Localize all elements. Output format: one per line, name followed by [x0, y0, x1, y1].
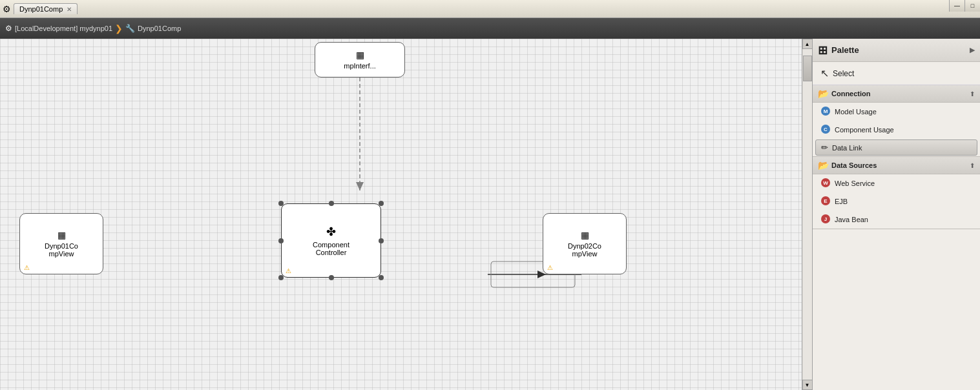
- scroll-down-button[interactable]: ▼: [802, 380, 813, 390]
- handle-tc[interactable]: [329, 201, 334, 206]
- palette-item-web-service[interactable]: W Web Service: [813, 174, 980, 192]
- svg-marker-1: [356, 182, 364, 190]
- model-usage-label: Model Usage: [835, 108, 877, 116]
- dynp02-view-icon: ▦: [581, 230, 589, 240]
- interface-node-label: mpInterf...: [344, 62, 376, 70]
- dynp01-view-label: Dynp01Co mpView: [45, 242, 78, 258]
- palette-header: ⊞ Palette ▶: [813, 39, 980, 62]
- dashed-connector: [0, 39, 812, 390]
- window-controls: — □: [949, 0, 980, 12]
- svg-text:W: W: [823, 180, 828, 186]
- palette-item-ejb[interactable]: E EJB: [813, 192, 980, 210]
- ejb-label: EJB: [835, 198, 848, 205]
- palette-item-data-link[interactable]: ✏ Data Link: [815, 139, 977, 156]
- main-layout: ▦ mpInterf... ▦ Dynp01Co mpView ⚠: [0, 39, 980, 390]
- data-sources-collapse-icon[interactable]: ⬆: [970, 162, 975, 169]
- interface-node-icon: ▦: [356, 50, 364, 60]
- connection-section-title: 📂 Connection: [818, 88, 871, 99]
- breadcrumb-icon-1: ⚙: [5, 24, 12, 33]
- data-link-label: Data Link: [832, 144, 862, 152]
- model-usage-icon: M: [820, 106, 831, 118]
- palette-title: ⊞ Palette: [818, 43, 859, 57]
- component-usage-label: Component Usage: [835, 126, 894, 134]
- interface-node[interactable]: ▦ mpInterf...: [315, 42, 405, 77]
- maximize-button[interactable]: □: [964, 0, 980, 12]
- editor-tab[interactable]: Dynp01Comp ✕: [14, 3, 78, 14]
- palette-item-model-usage[interactable]: M Model Usage: [813, 103, 980, 121]
- controller-warning-icon: ⚠: [286, 267, 291, 274]
- handle-mr[interactable]: [379, 238, 384, 243]
- minimize-button[interactable]: —: [949, 0, 964, 12]
- palette-item-component-usage[interactable]: C Component Usage: [813, 121, 980, 139]
- breadcrumb-arrow-1: ❯: [115, 23, 123, 34]
- data-sources-section-header[interactable]: 📂 Data Sources ⬆: [813, 157, 980, 174]
- tab-label: Dynp01Comp: [19, 5, 63, 13]
- select-label[interactable]: Select: [833, 69, 854, 78]
- web-service-icon: W: [820, 178, 831, 189]
- data-sources-folder-icon: 📂: [818, 160, 829, 170]
- web-service-label: Web Service: [835, 180, 875, 187]
- scroll-thumb[interactable]: [803, 56, 812, 81]
- canvas-scrollbar[interactable]: ▲ ▼: [802, 39, 812, 390]
- svg-text:M: M: [824, 108, 828, 114]
- handle-ml[interactable]: [278, 238, 284, 243]
- dynp01-view-icon: ▦: [57, 230, 66, 240]
- breadcrumb-icon-2: 🔧: [125, 24, 135, 33]
- tab-close-icon[interactable]: ✕: [67, 6, 72, 13]
- palette-icon: ⊞: [818, 43, 828, 57]
- window-icon: ⚙: [3, 4, 11, 14]
- connection-collapse-icon[interactable]: ⬆: [970, 90, 975, 98]
- scroll-up-button[interactable]: ▲: [802, 39, 813, 49]
- svg-text:J: J: [824, 216, 827, 222]
- title-bar: ⚙ Dynp01Comp ✕ — □: [0, 0, 980, 18]
- java-bean-icon: J: [820, 214, 831, 225]
- palette-panel: ⊞ Palette ▶ ↖ Select 📂 Connection ⬆: [812, 39, 980, 390]
- connection-section: 📂 Connection ⬆ M Model Usage: [813, 85, 980, 157]
- handle-tl[interactable]: [278, 201, 284, 206]
- dynp01-warning-icon: ⚠: [24, 264, 30, 271]
- data-link-icon: ✏: [821, 143, 828, 152]
- diagram-canvas[interactable]: ▦ mpInterf... ▦ Dynp01Co mpView ⚠: [0, 39, 812, 390]
- controller-icon: ✤: [326, 225, 336, 239]
- handle-br[interactable]: [379, 275, 384, 280]
- dynp02-view-node[interactable]: ▦ Dynp02Co mpView ⚠: [543, 213, 627, 274]
- handle-bc[interactable]: [329, 275, 334, 280]
- breadcrumb-item-2[interactable]: Dynp01Comp: [138, 25, 181, 32]
- controller-label: Component Controller: [313, 241, 349, 256]
- component-usage-icon: C: [820, 124, 831, 136]
- connection-section-header[interactable]: 📂 Connection ⬆: [813, 85, 980, 103]
- svg-text:C: C: [824, 127, 828, 132]
- data-sources-section-title: 📂 Data Sources: [818, 160, 877, 170]
- java-bean-label: Java Bean: [835, 216, 868, 223]
- handle-tr[interactable]: [379, 201, 384, 206]
- data-sources-section: 📂 Data Sources ⬆ W Web Service: [813, 157, 980, 229]
- scroll-track[interactable]: [803, 49, 812, 380]
- svg-text:E: E: [824, 198, 828, 204]
- dynp01-view-node[interactable]: ▦ Dynp01Co mpView ⚠: [19, 213, 103, 274]
- palette-expand-icon[interactable]: ▶: [970, 46, 975, 54]
- cursor-icon: ↖: [820, 67, 829, 79]
- select-row[interactable]: ↖ Select: [813, 62, 980, 85]
- ejb-icon: E: [820, 196, 831, 207]
- handle-bl[interactable]: [278, 275, 284, 280]
- palette-item-java-bean[interactable]: J Java Bean: [813, 210, 980, 229]
- breadcrumb: ⚙ [LocalDevelopment] mydynp01 ❯ 🔧 Dynp01…: [0, 18, 980, 39]
- breadcrumb-item-1[interactable]: [LocalDevelopment] mydynp01: [15, 25, 112, 32]
- dynp02-warning-icon: ⚠: [547, 264, 553, 271]
- connection-folder-icon: 📂: [818, 88, 829, 99]
- dynp02-view-label: Dynp02Co mpView: [568, 242, 601, 258]
- component-controller-node[interactable]: ✤ Component Controller ⚠: [281, 203, 381, 278]
